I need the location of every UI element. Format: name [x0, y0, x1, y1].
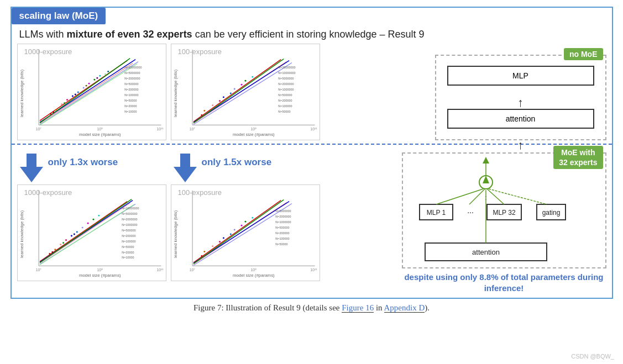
svg-point-81: [49, 253, 50, 255]
arrow-left-text: only 1.3x worse: [48, 157, 118, 168]
svg-line-43: [193, 60, 281, 122]
moe-box: MoE with32 experts attention MLP 1 ··· M…: [402, 152, 606, 268]
svg-point-91: [51, 251, 53, 253]
svg-point-82: [60, 244, 61, 245]
svg-text:N=500000: N=500000: [275, 226, 289, 229]
svg-line-79: [40, 199, 132, 263]
svg-line-9: [40, 64, 137, 125]
svg-text:N=20000: N=20000: [122, 251, 134, 254]
svg-point-51: [233, 88, 235, 90]
svg-point-124: [229, 233, 231, 235]
svg-text::: :: [485, 194, 486, 202]
svg-line-112: [193, 201, 281, 263]
svg-text:gating: gating: [542, 209, 560, 217]
svg-text:N=200000: N=200000: [122, 234, 135, 238]
svg-point-10: [50, 113, 51, 115]
svg-text:N=200000: N=200000: [275, 231, 289, 235]
svg-text:attention: attention: [472, 248, 500, 256]
svg-text:N=200000: N=200000: [278, 99, 292, 102]
svg-line-7: [40, 62, 138, 125]
svg-point-23: [74, 93, 76, 95]
svg-point-53: [203, 110, 205, 112]
svg-text:N=1000000: N=1000000: [122, 223, 137, 226]
svg-text:N=10000000: N=10000000: [278, 71, 295, 75]
svg-line-150: [489, 189, 547, 204]
svg-text:N=5000000: N=5000000: [278, 77, 294, 80]
bottom-right-chart-section: only 1.5x worse 100-exposure learned kno…: [171, 152, 320, 281]
top-row: 1000-exposure learned knowledge (bits) m…: [12, 44, 612, 145]
svg-text:10⁹: 10⁹: [97, 127, 103, 131]
no-moe-mlp-block: MLP: [447, 66, 594, 86]
svg-line-80: [40, 205, 134, 265]
top-left-chart-title: 1000-exposure: [24, 48, 72, 56]
svg-point-14: [93, 79, 95, 81]
svg-text:N=100000: N=100000: [124, 93, 138, 97]
svg-point-54: [219, 100, 221, 102]
svg-point-125: [240, 225, 242, 226]
svg-text:N=500000: N=500000: [124, 82, 138, 86]
svg-text:N=500000: N=500000: [122, 229, 135, 232]
arrow-right: [171, 152, 200, 182]
svg-line-76: [40, 203, 130, 263]
svg-point-12: [71, 95, 73, 97]
watermark: CSDN @BQW_: [571, 353, 614, 360]
svg-line-5: [40, 64, 133, 124]
arrow-left-svg: [20, 154, 43, 182]
svg-text:N=5000000: N=5000000: [122, 212, 137, 215]
svg-line-149: [487, 189, 504, 204]
svg-text:10⁹: 10⁹: [97, 268, 103, 272]
svg-text:N=500000: N=500000: [278, 93, 292, 97]
svg-text:10¹¹: 10¹¹: [310, 268, 317, 272]
svg-point-84: [81, 227, 83, 229]
svg-point-85: [92, 219, 94, 220]
svg-line-116: [193, 200, 284, 264]
svg-point-50: [222, 96, 224, 98]
svg-text:N=50000: N=50000: [278, 110, 290, 113]
svg-text:10¹¹: 10¹¹: [310, 127, 317, 131]
svg-point-57: [252, 76, 253, 78]
svg-text:learned knowledge (bits): learned knowledge (bits): [173, 70, 178, 117]
svg-text:N=1000000: N=1000000: [278, 88, 294, 91]
svg-point-56: [240, 84, 242, 86]
title-bar: scaling law (MoE): [12, 8, 106, 24]
svg-text:10⁹: 10⁹: [250, 268, 256, 272]
svg-point-25: [96, 77, 98, 79]
no-moe-label: no MoE: [564, 48, 603, 60]
svg-point-24: [85, 85, 87, 87]
bottom-left-chart: 1000-exposure learned knowledge (bits) m…: [17, 184, 166, 281]
top-right-chart-title: 100-exposure: [178, 48, 222, 56]
svg-text:MLP 32: MLP 32: [493, 209, 515, 217]
svg-point-92: [62, 242, 64, 244]
svg-point-120: [233, 229, 235, 231]
svg-point-119: [222, 237, 224, 239]
svg-text:N=50000: N=50000: [122, 245, 134, 249]
svg-line-46: [193, 63, 292, 125]
main-title-prefix: LLMs with: [19, 29, 67, 40]
caption-link2[interactable]: Appendix D: [384, 303, 425, 313]
bottom-text: despite using only 8.8% of total paramet…: [402, 268, 606, 293]
svg-point-52: [244, 80, 246, 82]
svg-point-90: [98, 215, 100, 217]
arrow-right-svg: [174, 154, 197, 182]
svg-point-86: [54, 249, 56, 250]
svg-text:N=10000000: N=10000000: [122, 207, 139, 210]
svg-point-11: [61, 103, 62, 105]
moe-label: MoE with32 experts: [553, 146, 603, 169]
caption-link1[interactable]: Figure 16: [342, 303, 374, 313]
svg-text:N=20000000: N=20000000: [278, 66, 295, 69]
svg-point-21: [53, 112, 54, 113]
mlp-label: MLP: [512, 71, 528, 80]
no-moe-down-arrow: ↑: [517, 139, 523, 151]
svg-point-13: [82, 87, 84, 89]
svg-marker-155: [483, 157, 489, 163]
svg-point-87: [65, 239, 67, 241]
svg-text:N=2000000: N=2000000: [122, 218, 137, 221]
no-moe-diagram: no MoE MLP ↑ attention ↑: [424, 49, 606, 140]
svg-point-126: [252, 217, 253, 219]
svg-point-19: [88, 83, 90, 85]
svg-text:model size (#params): model size (#params): [78, 273, 121, 278]
arrow-right-text: only 1.5x worse: [202, 157, 272, 168]
bottom-right-chart: 100-exposure learned knowledge (bits) mo…: [171, 184, 320, 281]
top-right-chart-svg: learned knowledge (bits) model size (#pa…: [171, 44, 320, 140]
main-title-bold: mixture of even 32 experts: [67, 29, 192, 40]
